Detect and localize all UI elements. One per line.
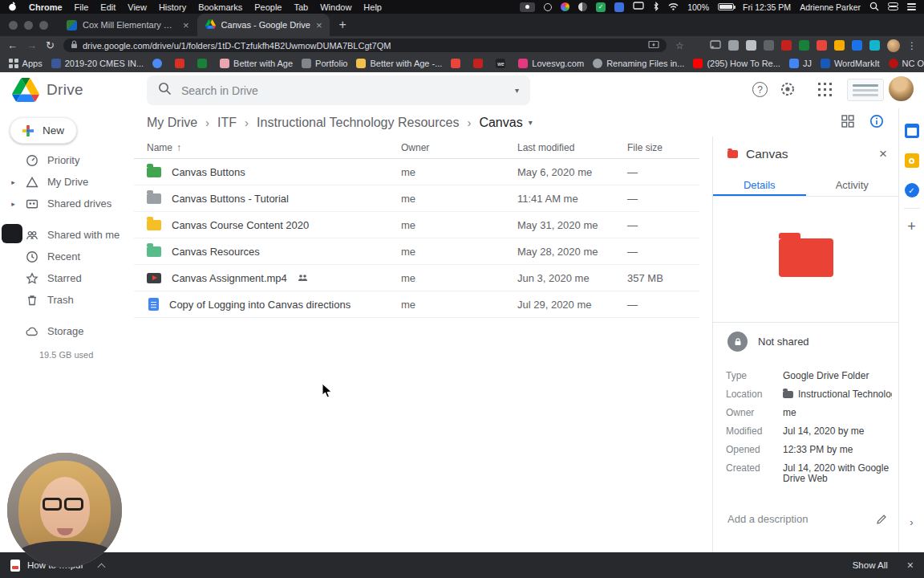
- display-icon[interactable]: [633, 2, 644, 12]
- bookmark-star-icon[interactable]: ☆: [675, 40, 684, 51]
- tab-activity[interactable]: Activity: [806, 174, 899, 196]
- breadcrumb-itr[interactable]: Instructional Technology Resources: [257, 116, 459, 130]
- address-bar[interactable]: drive.google.com/drive/u/1/folders/1tD-C…: [63, 39, 667, 52]
- extension-icon[interactable]: [781, 40, 792, 51]
- pencil-icon[interactable]: [876, 514, 887, 525]
- location-chip[interactable]: Instructional Technology Resources: [783, 389, 892, 400]
- file-row[interactable]: Canvas Resources me May 28, 2020 me —: [134, 238, 699, 265]
- new-button[interactable]: New: [10, 117, 77, 144]
- extension-icon[interactable]: [746, 40, 756, 51]
- tab-close-icon[interactable]: ×: [183, 19, 189, 31]
- chevron-up-icon[interactable]: [97, 563, 105, 571]
- help-icon[interactable]: ?: [752, 82, 768, 97]
- menu-tab[interactable]: Tab: [294, 2, 308, 12]
- control-center-icon[interactable]: [888, 2, 898, 12]
- bookmark-item[interactable]: Better with Age -...: [356, 59, 442, 68]
- forward-icon[interactable]: →: [26, 40, 37, 51]
- contrast-icon[interactable]: [578, 2, 587, 11]
- collapse-strip-icon[interactable]: ›: [910, 516, 913, 528]
- expand-arrow-icon[interactable]: ▸: [10, 178, 17, 186]
- window-minimize-button[interactable]: [24, 21, 33, 30]
- extension-icon[interactable]: [852, 40, 862, 51]
- sidebar-item-recent[interactable]: Recent: [0, 246, 134, 267]
- circle-status-icon[interactable]: [544, 3, 552, 11]
- menu-history[interactable]: History: [159, 2, 186, 12]
- sidebar-item-trash[interactable]: Trash: [0, 289, 134, 311]
- calendar-icon[interactable]: [905, 124, 919, 138]
- bookmark-item[interactable]: Portfolio: [302, 59, 347, 68]
- drive-search-bar[interactable]: ▾: [147, 75, 530, 105]
- extension-icon[interactable]: [728, 40, 739, 51]
- folder-menu-icon[interactable]: ▾: [529, 118, 533, 127]
- install-app-icon[interactable]: [648, 40, 659, 51]
- bookmark-item[interactable]: [473, 59, 487, 68]
- extension-icon[interactable]: [799, 40, 809, 51]
- file-row[interactable]: Canvas Buttons me May 6, 2020 me —: [134, 159, 699, 185]
- bookmark-item[interactable]: (295) How To Re...: [693, 59, 780, 68]
- sidebar-item-shared-drives[interactable]: ▸ Shared drives: [0, 193, 134, 214]
- close-icon[interactable]: ×: [879, 146, 887, 162]
- breadcrumb-my-drive[interactable]: My Drive: [147, 116, 197, 130]
- show-all-button[interactable]: Show All: [853, 560, 888, 570]
- extension-icon[interactable]: [834, 40, 845, 51]
- tab-close-icon[interactable]: ×: [316, 19, 322, 31]
- add-description[interactable]: Add a description: [713, 513, 898, 525]
- account-avatar[interactable]: [889, 76, 914, 101]
- file-row[interactable]: Canvas Assignment.mp4 me Jun 3, 2020 me …: [134, 265, 699, 291]
- google-apps-grid-icon[interactable]: [817, 81, 833, 97]
- sidebar-item-starred[interactable]: Starred: [0, 267, 134, 289]
- file-row[interactable]: Canvas Buttons - Tutorial me 11:41 AM me…: [134, 185, 699, 212]
- apple-menu-icon[interactable]: [8, 2, 17, 13]
- extension-icon[interactable]: [869, 40, 880, 51]
- menu-window[interactable]: Window: [320, 2, 351, 12]
- info-icon[interactable]: [869, 114, 884, 132]
- bookmark-item[interactable]: 2019-20 CMES IN...: [51, 59, 144, 68]
- breadcrumb-current-folder[interactable]: Canvas▾: [479, 116, 532, 130]
- menu-view[interactable]: View: [128, 2, 147, 12]
- screen-record-icon[interactable]: [520, 2, 535, 12]
- file-row[interactable]: Canvas Course Content 2020 me May 31, 20…: [134, 212, 699, 238]
- search-options-icon[interactable]: ▾: [515, 86, 519, 95]
- bluetooth-icon[interactable]: [653, 2, 659, 13]
- menu-help[interactable]: Help: [363, 2, 382, 12]
- close-shelf-icon[interactable]: ×: [907, 559, 914, 572]
- column-name[interactable]: Name: [147, 142, 172, 153]
- tasks-icon[interactable]: ✓: [905, 183, 919, 197]
- column-size[interactable]: File size: [627, 142, 699, 153]
- bookmark-item[interactable]: [175, 59, 188, 68]
- browser-tab-active[interactable]: Canvas - Google Drive ×: [197, 14, 330, 36]
- menu-file[interactable]: File: [75, 2, 89, 12]
- column-modified[interactable]: Last modified: [517, 142, 627, 153]
- green-app-icon[interactable]: ✓: [596, 2, 606, 12]
- get-addons-icon[interactable]: +: [907, 219, 916, 234]
- breadcrumb-itf[interactable]: ITF: [217, 116, 237, 130]
- tab-details[interactable]: Details: [713, 174, 806, 196]
- sidebar-item-my-drive[interactable]: ▸ My Drive: [0, 171, 134, 193]
- window-close-button[interactable]: [9, 21, 18, 30]
- search-input[interactable]: [181, 84, 505, 97]
- expand-arrow-icon[interactable]: ▸: [10, 200, 17, 208]
- blue-app-icon[interactable]: [614, 2, 624, 12]
- reload-icon[interactable]: ↻: [46, 40, 55, 51]
- back-icon[interactable]: ←: [7, 40, 18, 51]
- menu-people[interactable]: People: [254, 2, 282, 12]
- apps-shortcut[interactable]: Apps: [9, 59, 43, 68]
- extension-icon[interactable]: [817, 40, 827, 51]
- wifi-icon[interactable]: [668, 2, 679, 12]
- browser-tab-inactive[interactable]: Cox Mill Elementary Homepag ×: [59, 14, 197, 36]
- profile-avatar[interactable]: [887, 39, 900, 52]
- drive-logo[interactable]: Drive: [12, 78, 83, 102]
- menu-edit[interactable]: Edit: [100, 2, 116, 12]
- overlay-app-badge[interactable]: [2, 224, 22, 243]
- bookmark-item[interactable]: [152, 59, 166, 68]
- color-wheel-icon[interactable]: [561, 2, 569, 11]
- bookmark-item[interactable]: JJ: [789, 59, 812, 68]
- bookmark-item[interactable]: WordMarkIt: [821, 59, 880, 68]
- grid-view-icon[interactable]: [841, 114, 855, 132]
- bookmark-item[interactable]: [451, 59, 464, 68]
- sidebar-item-storage[interactable]: Storage: [0, 320, 134, 342]
- extension-icon[interactable]: [764, 40, 774, 51]
- bookmark-item[interactable]: [197, 59, 211, 68]
- menu-bookmarks[interactable]: Bookmarks: [198, 2, 242, 12]
- sidebar-item-priority[interactable]: Priority: [0, 149, 134, 171]
